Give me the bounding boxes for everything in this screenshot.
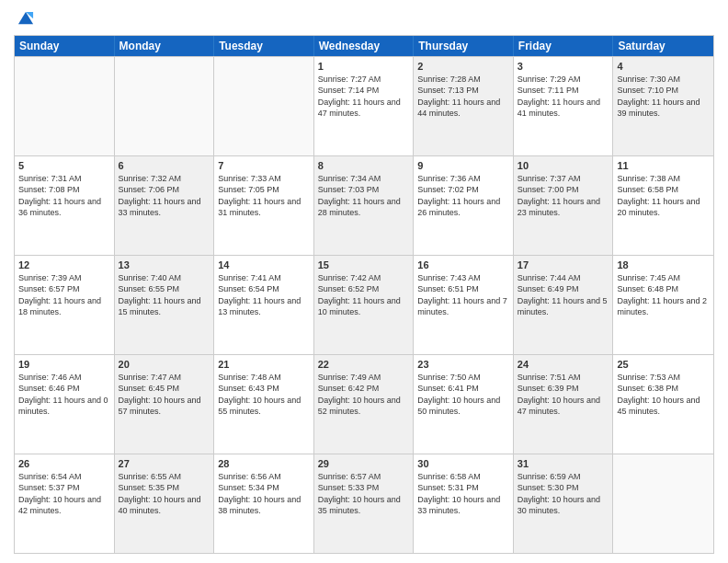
cell-info: Sunrise: 7:40 AM Sunset: 6:55 PM Dayligh… [119,272,210,317]
calendar-cell: 13Sunrise: 7:40 AM Sunset: 6:55 PM Dayli… [115,256,215,354]
calendar-cell: 19Sunrise: 7:46 AM Sunset: 6:46 PM Dayli… [15,355,115,454]
cell-info: Sunrise: 7:46 AM Sunset: 6:46 PM Dayligh… [18,372,110,417]
day-number: 4 [617,60,710,73]
calendar-cell [613,454,713,553]
cell-info: Sunrise: 6:56 AM Sunset: 5:34 PM Dayligh… [218,471,310,516]
calendar-week-0: 1Sunrise: 7:27 AM Sunset: 7:14 PM Daylig… [15,56,713,155]
cell-info: Sunrise: 6:55 AM Sunset: 5:35 PM Dayligh… [119,471,210,516]
cell-info: Sunrise: 7:32 AM Sunset: 7:06 PM Dayligh… [119,173,210,218]
cell-info: Sunrise: 7:51 AM Sunset: 6:39 PM Dayligh… [518,372,609,417]
calendar-cell: 7Sunrise: 7:33 AM Sunset: 7:05 PM Daylig… [214,156,314,255]
day-number: 14 [218,259,310,271]
cell-info: Sunrise: 7:49 AM Sunset: 6:42 PM Dayligh… [318,372,410,417]
day-number: 28 [218,457,310,470]
day-number: 22 [318,358,410,371]
calendar-cell: 30Sunrise: 6:58 AM Sunset: 5:31 PM Dayli… [414,454,514,553]
cell-info: Sunrise: 7:34 AM Sunset: 7:03 PM Dayligh… [318,173,410,218]
cell-info: Sunrise: 7:29 AM Sunset: 7:11 PM Dayligh… [518,74,609,119]
day-number: 12 [18,259,110,271]
cell-info: Sunrise: 7:45 AM Sunset: 6:48 PM Dayligh… [617,272,710,317]
calendar-cell: 26Sunrise: 6:54 AM Sunset: 5:37 PM Dayli… [15,454,115,553]
calendar-cell [15,57,115,155]
calendar-cell: 29Sunrise: 6:57 AM Sunset: 5:33 PM Dayli… [314,454,415,553]
calendar-cell [115,57,215,155]
calendar-cell: 27Sunrise: 6:55 AM Sunset: 5:35 PM Dayli… [115,454,215,553]
logo [14,9,36,29]
cell-info: Sunrise: 7:36 AM Sunset: 7:02 PM Dayligh… [417,173,509,218]
cell-info: Sunrise: 7:39 AM Sunset: 6:57 PM Dayligh… [18,272,110,317]
calendar-cell: 22Sunrise: 7:49 AM Sunset: 6:42 PM Dayli… [314,355,415,454]
calendar-cell: 21Sunrise: 7:48 AM Sunset: 6:43 PM Dayli… [214,355,314,454]
header [14,9,714,29]
cell-info: Sunrise: 7:53 AM Sunset: 6:38 PM Dayligh… [617,372,710,417]
day-number: 3 [518,60,609,73]
day-number: 10 [518,159,609,172]
cell-info: Sunrise: 6:54 AM Sunset: 5:37 PM Dayligh… [18,471,110,516]
day-number: 21 [218,358,310,371]
cell-info: Sunrise: 7:37 AM Sunset: 7:00 PM Dayligh… [518,173,609,218]
day-number: 29 [318,457,410,470]
cell-info: Sunrise: 7:47 AM Sunset: 6:45 PM Dayligh… [119,372,210,417]
day-number: 5 [18,159,110,172]
calendar-cell: 28Sunrise: 6:56 AM Sunset: 5:34 PM Dayli… [214,454,314,553]
calendar-week-2: 12Sunrise: 7:39 AM Sunset: 6:57 PM Dayli… [15,255,713,354]
calendar-body: 1Sunrise: 7:27 AM Sunset: 7:14 PM Daylig… [15,56,713,553]
day-number: 26 [18,457,110,470]
day-number: 9 [417,159,509,172]
calendar-cell: 15Sunrise: 7:42 AM Sunset: 6:52 PM Dayli… [314,256,415,354]
cell-info: Sunrise: 7:42 AM Sunset: 6:52 PM Dayligh… [318,272,410,317]
calendar-cell: 8Sunrise: 7:34 AM Sunset: 7:03 PM Daylig… [314,156,415,255]
header-cell-sunday: Sunday [15,36,115,56]
cell-info: Sunrise: 7:31 AM Sunset: 7:08 PM Dayligh… [18,173,110,218]
calendar-cell: 1Sunrise: 7:27 AM Sunset: 7:14 PM Daylig… [314,57,415,155]
calendar-cell: 5Sunrise: 7:31 AM Sunset: 7:08 PM Daylig… [15,156,115,255]
day-number: 31 [518,457,609,470]
calendar-cell: 2Sunrise: 7:28 AM Sunset: 7:13 PM Daylig… [414,57,514,155]
calendar-week-3: 19Sunrise: 7:46 AM Sunset: 6:46 PM Dayli… [15,354,713,454]
calendar-cell: 18Sunrise: 7:45 AM Sunset: 6:48 PM Dayli… [613,256,713,354]
calendar-cell: 14Sunrise: 7:41 AM Sunset: 6:54 PM Dayli… [214,256,314,354]
day-number: 27 [119,457,210,470]
calendar-cell: 23Sunrise: 7:50 AM Sunset: 6:41 PM Dayli… [414,355,514,454]
cell-info: Sunrise: 7:38 AM Sunset: 6:58 PM Dayligh… [617,173,710,218]
cell-info: Sunrise: 7:41 AM Sunset: 6:54 PM Dayligh… [218,272,310,317]
calendar-cell: 11Sunrise: 7:38 AM Sunset: 6:58 PM Dayli… [613,156,713,255]
calendar-cell: 3Sunrise: 7:29 AM Sunset: 7:11 PM Daylig… [514,57,614,155]
day-number: 25 [617,358,710,371]
cell-info: Sunrise: 7:43 AM Sunset: 6:51 PM Dayligh… [417,272,509,317]
calendar-cell: 25Sunrise: 7:53 AM Sunset: 6:38 PM Dayli… [613,355,713,454]
logo-icon [16,9,36,29]
cell-info: Sunrise: 7:30 AM Sunset: 7:10 PM Dayligh… [617,74,710,119]
day-number: 13 [119,259,210,271]
day-number: 20 [119,358,210,371]
calendar-week-1: 5Sunrise: 7:31 AM Sunset: 7:08 PM Daylig… [15,155,713,255]
calendar-cell: 9Sunrise: 7:36 AM Sunset: 7:02 PM Daylig… [414,156,514,255]
cell-info: Sunrise: 7:33 AM Sunset: 7:05 PM Dayligh… [218,173,310,218]
header-cell-saturday: Saturday [613,36,713,56]
cell-info: Sunrise: 6:58 AM Sunset: 5:31 PM Dayligh… [417,471,509,516]
page: SundayMondayTuesdayWednesdayThursdayFrid… [0,0,728,563]
day-number: 17 [518,259,609,271]
day-number: 18 [617,259,710,271]
day-number: 11 [617,159,710,172]
calendar-week-4: 26Sunrise: 6:54 AM Sunset: 5:37 PM Dayli… [15,454,713,553]
header-cell-monday: Monday [115,36,215,56]
cell-info: Sunrise: 7:50 AM Sunset: 6:41 PM Dayligh… [417,372,509,417]
calendar-cell: 16Sunrise: 7:43 AM Sunset: 6:51 PM Dayli… [414,256,514,354]
day-number: 8 [318,159,410,172]
day-number: 16 [417,259,509,271]
day-number: 19 [18,358,110,371]
header-cell-friday: Friday [514,36,614,56]
calendar-cell: 12Sunrise: 7:39 AM Sunset: 6:57 PM Dayli… [15,256,115,354]
cell-info: Sunrise: 7:27 AM Sunset: 7:14 PM Dayligh… [318,74,410,119]
header-cell-thursday: Thursday [414,36,514,56]
day-number: 15 [318,259,410,271]
day-number: 24 [518,358,609,371]
calendar-cell: 24Sunrise: 7:51 AM Sunset: 6:39 PM Dayli… [514,355,614,454]
calendar-cell: 31Sunrise: 6:59 AM Sunset: 5:30 PM Dayli… [514,454,614,553]
calendar: SundayMondayTuesdayWednesdayThursdayFrid… [14,35,714,554]
day-number: 6 [119,159,210,172]
calendar-cell: 10Sunrise: 7:37 AM Sunset: 7:00 PM Dayli… [514,156,614,255]
calendar-cell [214,57,314,155]
cell-info: Sunrise: 6:59 AM Sunset: 5:30 PM Dayligh… [518,471,609,516]
